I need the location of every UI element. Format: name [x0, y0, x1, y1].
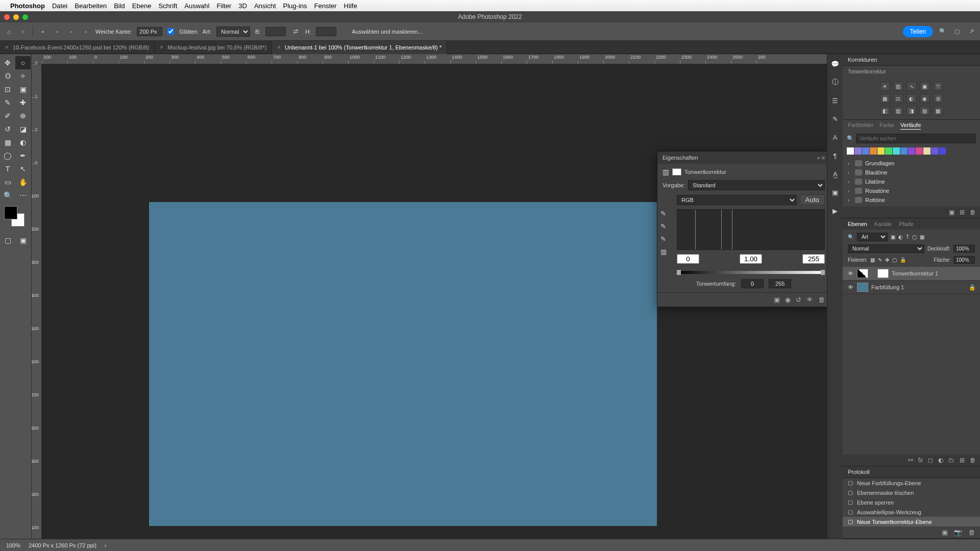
hand-tool-icon[interactable]: ✋ [15, 176, 31, 189]
close-window-icon[interactable] [4, 14, 10, 20]
layer-row[interactable]: 👁Tonwertkorrektur 1 [843, 267, 980, 281]
menu-ansicht[interactable]: Ansicht [254, 2, 276, 10]
fill-input[interactable] [953, 256, 975, 264]
tab-doc-1[interactable]: × 10-Facebook-Event-2400x1260.psd bei 12… [0, 41, 155, 54]
info-icon[interactable]: ⓘ [830, 78, 840, 87]
adjustments-icon[interactable]: ☰ [830, 96, 840, 105]
maximize-window-icon[interactable] [22, 14, 28, 20]
gradient-swatch[interactable] [885, 147, 892, 155]
antialias-checkbox[interactable] [167, 28, 174, 35]
zoom-tool-icon[interactable]: 🔍 [0, 189, 15, 202]
menu-bild[interactable]: Bild [114, 2, 125, 10]
invert-adj-icon[interactable]: ◧ [880, 106, 890, 115]
delete-state-icon[interactable]: 🗑 [968, 529, 975, 536]
move-tool-icon[interactable]: ✥ [0, 56, 15, 69]
brush-tool-icon[interactable]: ✐ [0, 109, 15, 122]
lock-all-icon[interactable]: 🔒 [900, 257, 906, 263]
glyphs-icon[interactable]: A̲ [830, 169, 840, 179]
eyedropper-gray-icon[interactable]: ✎ [660, 222, 667, 230]
link-layers-icon[interactable]: ⚯ [908, 457, 913, 464]
close-tab-icon[interactable]: × [160, 44, 163, 51]
group-icon[interactable]: 🗀 [948, 457, 954, 464]
new-layer-icon[interactable]: ⊞ [960, 457, 965, 464]
gradient-folder[interactable]: Rottöne [843, 195, 980, 205]
gradient-swatch[interactable] [900, 147, 908, 155]
gradient-folder[interactable]: Rosatöne [843, 186, 980, 195]
select-and-mask-button[interactable]: Auswählen und maskieren... [352, 29, 422, 35]
gradient-folder[interactable]: Blautöne [843, 168, 980, 177]
color-tab[interactable]: Farbe [879, 122, 894, 130]
adjustment-layer-icon[interactable]: ◐ [938, 457, 943, 464]
comments-icon[interactable]: 💬 [830, 59, 840, 68]
levels-adj-icon[interactable]: ▥ [893, 82, 903, 91]
gradient-swatch[interactable] [870, 147, 877, 155]
menu-filter[interactable]: Filter [216, 2, 231, 10]
gradient-swatch[interactable] [931, 147, 938, 155]
filter-image-icon[interactable]: ▣ [891, 234, 895, 240]
visibility-icon[interactable]: 👁 [847, 284, 854, 290]
blur-tool-icon[interactable]: ◐ [15, 136, 31, 149]
gradient-swatch[interactable] [916, 147, 923, 155]
layers-tab[interactable]: Ebenen [848, 221, 867, 227]
input-white-field[interactable] [802, 254, 825, 264]
height-input[interactable] [316, 27, 336, 36]
channelmixer-adj-icon[interactable]: ⊞ [933, 94, 943, 103]
new-selection-icon[interactable]: ▪ [38, 27, 47, 36]
output-black-field[interactable] [741, 279, 764, 288]
bw-adj-icon[interactable]: ◐ [906, 94, 917, 103]
collapse-panel-icon[interactable]: » ≡ [817, 155, 825, 161]
actions-icon[interactable]: ▶ [830, 206, 840, 215]
zoom-level[interactable]: 100% [6, 542, 20, 548]
visibility-icon[interactable]: 👁 [847, 270, 854, 277]
wand-tool-icon[interactable]: ✧ [15, 69, 31, 83]
screenmode-icon[interactable]: ▣ [15, 234, 31, 247]
selective-adj-icon[interactable]: ▩ [933, 106, 943, 115]
frame-tool-icon[interactable]: ▣ [15, 83, 31, 96]
path-select-tool-icon[interactable]: ↖ [15, 162, 31, 176]
gradient-tool-icon[interactable]: ▦ [0, 136, 15, 149]
filter-adjust-icon[interactable]: ◐ [898, 234, 903, 240]
filter-shape-icon[interactable]: ▢ [912, 234, 917, 240]
marquee-tool-icon[interactable]: ○ [18, 27, 28, 36]
histogram[interactable] [677, 209, 825, 250]
minimize-window-icon[interactable] [13, 14, 19, 20]
more-tools-icon[interactable]: ⋯ [15, 189, 31, 202]
new-folder-icon[interactable]: ⊞ [960, 209, 965, 216]
gradient-swatch[interactable] [939, 147, 946, 155]
blend-mode-select[interactable]: Normal [848, 244, 924, 253]
gradientmap-adj-icon[interactable]: ▤ [920, 106, 930, 115]
type-tool-icon[interactable]: T [0, 162, 15, 176]
preset-select[interactable]: Standard [688, 180, 825, 190]
lock-pixels-icon[interactable]: ▦ [870, 257, 875, 263]
filter-type-icon[interactable]: T [906, 234, 909, 240]
hue-adj-icon[interactable]: ▦ [880, 94, 890, 103]
feather-input[interactable] [137, 27, 162, 36]
layer-filter-select[interactable]: Art [857, 233, 888, 241]
menu-schrift[interactable]: Schrift [158, 2, 177, 10]
curves-adj-icon[interactable]: ∿ [906, 82, 917, 91]
paths-tab[interactable]: Pfade [899, 221, 914, 227]
filter-smart-icon[interactable]: ▦ [920, 234, 924, 240]
menu-3d[interactable]: 3D [238, 2, 247, 10]
close-tab-icon[interactable]: × [5, 44, 9, 51]
auto-button[interactable]: Auto [800, 194, 825, 205]
menu-plugins[interactable]: Plug-ins [283, 2, 307, 10]
crop-tool-icon[interactable]: ⊡ [0, 83, 15, 96]
width-input[interactable] [265, 27, 286, 36]
clip-icon[interactable]: ▣ [774, 296, 780, 304]
menu-auswahl[interactable]: Auswahl [184, 2, 209, 10]
workspace-icon[interactable]: ▢ [952, 27, 962, 36]
color-swatches[interactable] [3, 205, 29, 231]
paragraph-icon[interactable]: ¶ [830, 151, 840, 160]
reset-icon[interactable]: ↺ [796, 296, 801, 304]
output-slider[interactable] [677, 271, 825, 274]
output-white-field[interactable] [769, 279, 791, 288]
menu-datei[interactable]: Datei [52, 2, 67, 10]
channels-tab[interactable]: Kanäle [874, 221, 892, 227]
input-gamma-field[interactable] [740, 254, 762, 264]
history-state[interactable]: ▢Neue Farbfüllungs-Ebene [843, 478, 980, 488]
intersect-selection-icon[interactable]: ▫ [81, 27, 90, 36]
shape-tool-icon[interactable]: ▭ [0, 176, 15, 189]
menu-hilfe[interactable]: Hilfe [344, 2, 357, 10]
eraser-tool-icon[interactable]: ◪ [15, 122, 31, 136]
